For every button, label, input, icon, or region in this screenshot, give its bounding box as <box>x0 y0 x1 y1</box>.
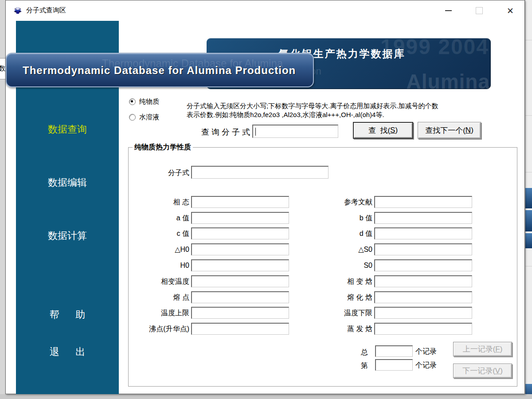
b-value-field[interactable] <box>374 212 472 224</box>
groupbox-title: 纯物质热力学性质 <box>133 143 193 152</box>
query-formula-label: 查 询 分 子 式 <box>201 127 250 137</box>
desktop-bottom-strip <box>0 394 532 399</box>
close-icon: ✕ <box>507 7 514 15</box>
total-records-unit: 个记录 <box>415 347 437 356</box>
s0-field[interactable] <box>374 259 472 271</box>
transition-temp-field[interactable] <box>191 275 289 287</box>
titlebar: 分子式查询区 ✕ <box>6 0 524 20</box>
vapor-enthalpy-field[interactable] <box>374 323 472 335</box>
temp-upper-field[interactable] <box>191 307 289 319</box>
sidebar-item-data-query[interactable]: 数据查询 <box>16 123 119 136</box>
d-value-field[interactable] <box>374 227 472 239</box>
app-window: 分子式查询区 ✕ 数据查询 数据编辑 数据计算 帮 助 退 出 1999 200… <box>5 0 525 394</box>
sidebar-item-data-calc[interactable]: 数据计算 <box>16 229 119 243</box>
total-records-input[interactable] <box>375 345 413 357</box>
instruction-line-1: 分子式输入无须区分大小写;下标数字与字母等大.离子价态用加减好表示.加减号的个数 <box>187 102 497 110</box>
query-formula-input[interactable] <box>252 125 338 138</box>
field-label-formula: 分子式 <box>129 167 189 179</box>
radio-aqueous-label: 水溶液 <box>139 113 159 121</box>
transition-enthalpy-field[interactable] <box>374 275 472 287</box>
background-fragment-text: 数 <box>0 64 5 73</box>
radio-aqueous-solution[interactable]: 水溶液 <box>129 113 159 121</box>
radio-pure-label: 纯物质 <box>139 98 159 106</box>
background-thumbnail <box>525 233 532 248</box>
radio-pure-substance[interactable]: 纯物质 <box>129 97 159 106</box>
field-label-d: d 值 <box>310 227 372 239</box>
field-label-temp-upper: 温度上限 <box>129 307 189 319</box>
total-records-label: 总 <box>361 348 368 357</box>
radio-pure-icon <box>129 98 136 105</box>
h0-field[interactable] <box>191 259 289 271</box>
field-label-fusion-enthalpy: 熔 化 焓 <box>310 291 372 303</box>
reference-field[interactable] <box>374 196 472 208</box>
app-icon <box>13 6 23 16</box>
background-fragment: 数 <box>0 58 5 79</box>
close-button[interactable]: ✕ <box>500 4 520 17</box>
search-button[interactable]: 查 找(S) <box>353 122 413 139</box>
window-title: 分子式查询区 <box>26 6 66 15</box>
temp-lower-field[interactable] <box>374 307 472 319</box>
background-thumbnail <box>525 210 532 231</box>
field-label-phase: 相 态 <box>129 196 189 208</box>
sidebar-item-data-edit[interactable]: 数据编辑 <box>16 176 119 189</box>
boiling-point-field[interactable] <box>191 323 289 335</box>
watermark-alumina: Alumina <box>407 70 490 89</box>
banner-title-en: Thermodynamic Database for Alumina Produ… <box>23 64 296 77</box>
formula-field[interactable] <box>191 166 329 179</box>
field-label-dH0: △H0 <box>129 243 189 255</box>
field-label-transition-enthalpy: 相 变 焓 <box>310 275 372 287</box>
phase-field[interactable] <box>191 196 289 208</box>
minimize-button[interactable] <box>438 4 458 17</box>
instructions: 分子式输入无须区分大小写;下标数字与字母等大.离子价态用加减好表示.加减号的个数… <box>187 102 497 119</box>
field-label-H0: H0 <box>129 259 189 271</box>
record-index-input[interactable] <box>375 359 413 371</box>
maximize-button[interactable] <box>469 4 489 17</box>
maximize-icon <box>476 7 483 14</box>
previous-record-button[interactable]: 上一记录(F) <box>453 342 512 356</box>
banner-pill: Thermodynamic Database for Alumina Therm… <box>6 53 314 87</box>
delta-h0-field[interactable] <box>191 243 289 255</box>
a-value-field[interactable] <box>191 212 289 224</box>
field-label-temp-lower: 温度下限 <box>310 307 372 319</box>
field-label-b: b 值 <box>310 212 372 224</box>
field-label-boiling-point: 沸点(升华点) <box>129 323 189 335</box>
melting-point-field[interactable] <box>191 291 289 303</box>
record-index-label: 第 <box>361 361 368 371</box>
field-label-c: c 值 <box>129 227 189 239</box>
background-window-left: 数 <box>0 0 5 399</box>
sidebar-item-help[interactable]: 帮 助 <box>16 308 119 321</box>
radio-aqueous-icon <box>129 114 136 121</box>
text-caret <box>255 128 256 136</box>
field-label-reference: 参考文献 <box>310 196 372 208</box>
record-index-unit: 个记录 <box>415 361 437 370</box>
field-label-dS0: △S0 <box>310 243 372 255</box>
minimize-icon <box>445 10 452 11</box>
field-label-transition-temp: 相变温度 <box>129 275 189 287</box>
field-label-S0: S0 <box>310 259 372 271</box>
sidebar-item-exit[interactable]: 退 出 <box>16 345 119 359</box>
properties-groupbox: 纯物质热力学性质 分子式 相 态 a 值 c 值 △H0 H0 相变温度 熔 点… <box>128 147 517 387</box>
instruction-line-2: 表示价数.例如:纯物质h2o,fe2o3 ,Al2o3,水溶液al+++,OH-… <box>187 110 497 119</box>
delta-s0-field[interactable] <box>374 243 472 255</box>
next-record-button[interactable]: 下一记录(V) <box>453 364 512 378</box>
fusion-enthalpy-field[interactable] <box>374 291 472 303</box>
field-label-a: a 值 <box>129 212 189 224</box>
background-thumbnail <box>525 188 532 208</box>
field-label-melting-point: 熔 点 <box>129 291 189 303</box>
field-label-vapor-enthalpy: 蒸 发 焓 <box>310 323 372 335</box>
background-window-right <box>525 0 532 399</box>
c-value-field[interactable] <box>191 227 289 239</box>
find-next-button[interactable]: 查找下一个(N) <box>418 122 481 139</box>
